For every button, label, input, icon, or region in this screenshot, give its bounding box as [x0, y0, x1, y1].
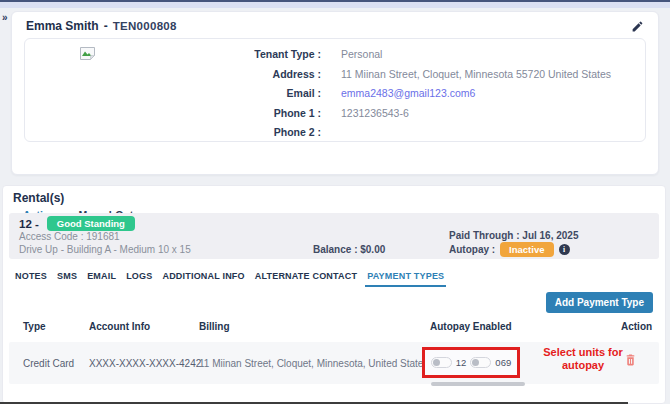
window-top-band: [0, 2, 670, 8]
edit-tenant-button[interactable]: [631, 20, 644, 33]
address-label: Address :: [25, 65, 321, 85]
autopay-annotation-box: 12 069: [422, 347, 520, 378]
col-header-action: Action: [621, 321, 652, 332]
tenant-card: Emma Smith - TEN000808 Tenant Type :: [11, 11, 659, 175]
col-header-type: Type: [23, 321, 46, 332]
detail-row-address: Address : 11 Miinan Street, Cloquet, Min…: [25, 65, 645, 85]
unit-12-label: 12: [456, 357, 467, 368]
tab-payment-types[interactable]: PAYMENT TYPES: [365, 271, 446, 287]
phone1-value: 1231236543-6: [341, 104, 409, 124]
email-label: Email :: [25, 84, 321, 104]
info-icon[interactable]: i: [559, 244, 570, 255]
unit-balance: Balance : $0.00: [313, 244, 385, 255]
tenant-header: Emma Smith - TEN000808: [12, 12, 658, 38]
col-header-account-info: Account Info: [89, 321, 150, 332]
detail-tabs: NOTES SMS EMAIL LOGS ADDITIONAL INFO ALT…: [13, 271, 446, 287]
tenant-details-panel: Tenant Type : Personal Address : 11 Miin…: [24, 38, 646, 142]
tenant-type-label: Tenant Type :: [25, 45, 321, 65]
autopay-label: Autopay :: [449, 244, 495, 255]
unit-069-label: 069: [495, 357, 511, 368]
tab-logs[interactable]: LOGS: [124, 271, 154, 287]
autopay-row: Autopay : Inactive i: [449, 242, 570, 257]
detail-row-email: Email : emma2483@gmail123.com6: [25, 84, 645, 104]
autopay-toggle-unit-12[interactable]: [431, 357, 452, 368]
tenant-name-separator: -: [104, 19, 108, 33]
tenant-id: TEN000808: [113, 20, 177, 32]
trash-icon: [624, 353, 637, 370]
payment-table-header: Type Account Info Billing Autopay Enable…: [3, 321, 665, 337]
unit-number: 12 -: [19, 218, 39, 230]
add-payment-type-button[interactable]: Add Payment Type: [546, 292, 653, 313]
unit-description: Drive Up - Building A - Medium 10 x 15: [19, 244, 191, 255]
payment-table-row: Credit Card XXXX-XXXX-XXXX-4242 11 Miina…: [9, 342, 659, 384]
detail-row-tenant-type: Tenant Type : Personal: [25, 45, 645, 65]
collapse-panel-icon[interactable]: »: [2, 12, 8, 23]
status-badge: Good Standing: [47, 216, 135, 231]
email-link[interactable]: emma2483@gmail123.com6: [341, 84, 475, 104]
autopay-toggle-unit-069[interactable]: [470, 357, 491, 368]
tenant-detail-screen: » Emma Smith - TEN000808 T: [0, 0, 670, 404]
paid-through: Paid Through : Jul 16, 2025: [449, 230, 578, 241]
payment-type-cell: Credit Card: [23, 358, 74, 369]
tab-notes[interactable]: NOTES: [13, 271, 49, 287]
col-header-billing: Billing: [199, 321, 230, 332]
rentals-section: Rental(s) Active Moved-Out 12 - Good Sta…: [2, 185, 666, 404]
tenant-details-list: Tenant Type : Personal Address : 11 Miin…: [25, 45, 645, 143]
account-info-cell: XXXX-XXXX-XXXX-4242: [89, 358, 201, 369]
address-value: 11 Miinan Street, Cloquet, Minnesota 557…: [341, 65, 611, 85]
annotation-text: Select units for autopay: [527, 346, 639, 372]
col-header-autopay-enabled: Autopay Enabled: [430, 321, 512, 332]
autopay-status-badge: Inactive: [500, 242, 553, 257]
tab-sms[interactable]: SMS: [55, 271, 79, 287]
phone2-label: Phone 2 :: [25, 123, 321, 143]
tab-alternate-contact[interactable]: ALTERNATE CONTACT: [253, 271, 359, 287]
detail-row-phone1: Phone 1 : 1231236543-6: [25, 104, 645, 124]
tenant-name: Emma Smith: [26, 19, 99, 33]
access-code: Access Code : 191681: [19, 231, 120, 242]
tab-additional-info[interactable]: ADDITIONAL INFO: [160, 271, 246, 287]
delete-payment-button[interactable]: [624, 353, 637, 367]
pencil-icon: [631, 19, 644, 36]
tenant-type-value: Personal: [341, 45, 382, 65]
rental-unit-card: 12 - Good Standing Access Code : 191681 …: [9, 213, 659, 259]
horizontal-scrollbar-thumb[interactable]: [431, 382, 525, 386]
rentals-title: Rental(s): [13, 191, 64, 205]
detail-row-phone2: Phone 2 :: [25, 123, 645, 143]
unit-title-row: 12 - Good Standing: [19, 216, 135, 231]
tab-email[interactable]: EMAIL: [85, 271, 118, 287]
phone1-label: Phone 1 :: [25, 104, 321, 124]
